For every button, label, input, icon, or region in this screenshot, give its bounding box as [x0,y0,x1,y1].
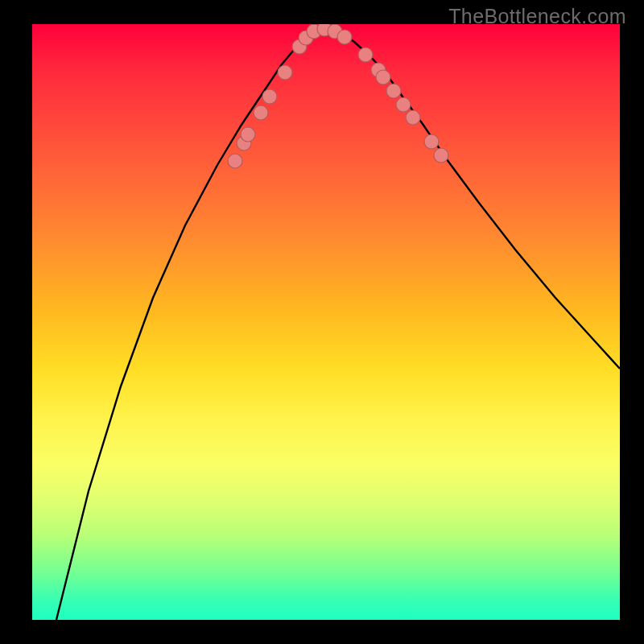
data-point [337,30,352,44]
watermark-text: TheBottleneck.com [448,5,626,28]
chart-frame: TheBottleneck.com [0,0,644,644]
data-point [262,89,277,104]
curve-layer [32,24,620,620]
data-point [254,105,268,120]
bottleneck-curve-left [56,26,322,620]
bottleneck-curve-right [322,26,620,369]
data-point [396,97,411,112]
data-point [434,148,448,163]
data-point [228,154,242,168]
data-point [376,70,390,85]
data-point [424,134,439,149]
plot-area [32,24,620,620]
data-point [241,127,255,142]
data-point [358,47,373,62]
data-point [406,110,420,125]
data-point [278,65,292,80]
data-point [386,84,401,98]
